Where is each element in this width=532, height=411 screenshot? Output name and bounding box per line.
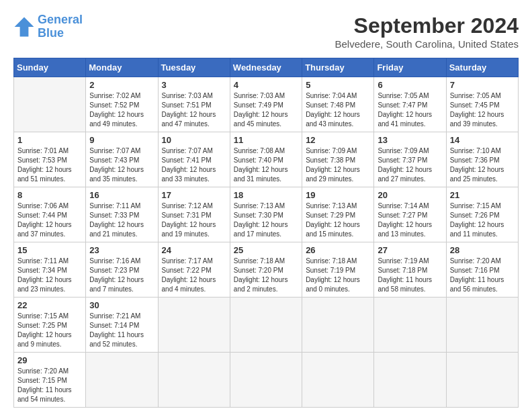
header-row: Sunday Monday Tuesday Wednesday Thursday… <box>14 58 519 77</box>
day-number: 21 <box>450 190 515 200</box>
list-item: 7 Sunrise: 7:05 AM Sunset: 7:45 PM Dayli… <box>446 77 518 132</box>
day-number: 25 <box>234 245 298 255</box>
list-item: 15 Sunrise: 7:11 AM Sunset: 7:34 PM Dayl… <box>14 242 86 298</box>
list-item: 17 Sunrise: 7:12 AM Sunset: 7:31 PM Dayl… <box>158 187 230 242</box>
day-detail: Sunrise: 7:14 AM Sunset: 7:27 PM Dayligh… <box>378 201 442 239</box>
day-detail: Sunrise: 7:01 AM Sunset: 7:53 PM Dayligh… <box>17 146 82 184</box>
list-item: 5 Sunrise: 7:04 AM Sunset: 7:48 PM Dayli… <box>302 77 374 132</box>
col-monday: Monday <box>86 58 158 77</box>
day-number: 6 <box>378 80 442 90</box>
day-detail: Sunrise: 7:03 AM Sunset: 7:51 PM Dayligh… <box>162 91 226 129</box>
list-item <box>230 298 302 353</box>
day-number: 16 <box>89 190 154 200</box>
day-number: 3 <box>162 80 226 90</box>
list-item <box>446 298 518 353</box>
col-friday: Friday <box>374 58 446 77</box>
day-number: 11 <box>234 135 298 145</box>
list-item: 12 Sunrise: 7:09 AM Sunset: 7:38 PM Dayl… <box>302 132 374 187</box>
col-saturday: Saturday <box>446 58 518 77</box>
table-row: 15 Sunrise: 7:11 AM Sunset: 7:34 PM Dayl… <box>14 242 519 298</box>
day-detail: Sunrise: 7:11 AM Sunset: 7:33 PM Dayligh… <box>89 201 154 239</box>
day-number: 4 <box>234 80 298 90</box>
day-number: 30 <box>89 300 154 310</box>
list-item: 25 Sunrise: 7:18 AM Sunset: 7:20 PM Dayl… <box>230 242 302 298</box>
list-item <box>446 353 518 408</box>
col-wednesday: Wednesday <box>230 58 302 77</box>
col-sunday: Sunday <box>14 58 86 77</box>
day-detail: Sunrise: 7:10 AM Sunset: 7:36 PM Dayligh… <box>450 146 515 184</box>
day-detail: Sunrise: 7:02 AM Sunset: 7:52 PM Dayligh… <box>89 91 154 129</box>
day-number: 19 <box>306 190 370 200</box>
list-item <box>230 353 302 408</box>
day-detail: Sunrise: 7:18 AM Sunset: 7:20 PM Dayligh… <box>234 257 298 294</box>
table-row: 2 Sunrise: 7:02 AM Sunset: 7:52 PM Dayli… <box>14 77 519 132</box>
list-item: 1 Sunrise: 7:01 AM Sunset: 7:53 PM Dayli… <box>14 132 86 187</box>
list-item <box>158 298 230 353</box>
list-item: 9 Sunrise: 7:07 AM Sunset: 7:43 PM Dayli… <box>86 132 158 187</box>
day-detail: Sunrise: 7:05 AM Sunset: 7:45 PM Dayligh… <box>450 91 515 129</box>
day-detail: Sunrise: 7:07 AM Sunset: 7:43 PM Dayligh… <box>89 146 154 184</box>
col-thursday: Thursday <box>302 58 374 77</box>
day-detail: Sunrise: 7:17 AM Sunset: 7:22 PM Dayligh… <box>162 257 226 294</box>
day-detail: Sunrise: 7:06 AM Sunset: 7:44 PM Dayligh… <box>17 201 82 239</box>
day-detail: Sunrise: 7:13 AM Sunset: 7:30 PM Dayligh… <box>234 201 298 239</box>
day-number: 5 <box>306 80 370 90</box>
day-number: 22 <box>17 300 82 310</box>
list-item <box>86 353 158 408</box>
day-detail: Sunrise: 7:19 AM Sunset: 7:18 PM Dayligh… <box>378 257 442 294</box>
list-item <box>302 298 374 353</box>
logo-text: General Blue <box>38 13 83 40</box>
list-item: 16 Sunrise: 7:11 AM Sunset: 7:33 PM Dayl… <box>86 187 158 242</box>
day-number: 17 <box>162 190 226 200</box>
list-item <box>14 77 86 132</box>
list-item: 4 Sunrise: 7:03 AM Sunset: 7:49 PM Dayli… <box>230 77 302 132</box>
list-item: 23 Sunrise: 7:16 AM Sunset: 7:23 PM Dayl… <box>86 242 158 298</box>
day-number: 7 <box>450 80 515 90</box>
list-item: 6 Sunrise: 7:05 AM Sunset: 7:47 PM Dayli… <box>374 77 446 132</box>
day-detail: Sunrise: 7:20 AM Sunset: 7:15 PM Dayligh… <box>17 367 82 404</box>
day-number: 29 <box>17 355 82 365</box>
day-detail: Sunrise: 7:08 AM Sunset: 7:40 PM Dayligh… <box>234 146 298 184</box>
list-item <box>374 298 446 353</box>
day-detail: Sunrise: 7:15 AM Sunset: 7:26 PM Dayligh… <box>450 201 515 239</box>
day-number: 28 <box>450 245 515 255</box>
day-detail: Sunrise: 7:07 AM Sunset: 7:41 PM Dayligh… <box>162 146 226 184</box>
logo: General Blue <box>13 13 83 40</box>
list-item: 3 Sunrise: 7:03 AM Sunset: 7:51 PM Dayli… <box>158 77 230 132</box>
day-number: 1 <box>17 135 82 145</box>
day-number: 18 <box>234 190 298 200</box>
day-number: 20 <box>378 190 442 200</box>
table-row: 8 Sunrise: 7:06 AM Sunset: 7:44 PM Dayli… <box>14 187 519 242</box>
day-detail: Sunrise: 7:11 AM Sunset: 7:34 PM Dayligh… <box>17 257 82 294</box>
title-area: September 2024 Belvedere, South Carolina… <box>335 13 519 50</box>
day-detail: Sunrise: 7:20 AM Sunset: 7:16 PM Dayligh… <box>450 257 515 294</box>
day-detail: Sunrise: 7:15 AM Sunset: 7:25 PM Dayligh… <box>17 312 82 349</box>
header: General Blue September 2024 Belvedere, S… <box>13 13 519 50</box>
day-detail: Sunrise: 7:18 AM Sunset: 7:19 PM Dayligh… <box>306 257 370 294</box>
list-item: 21 Sunrise: 7:15 AM Sunset: 7:26 PM Dayl… <box>446 187 518 242</box>
day-detail: Sunrise: 7:03 AM Sunset: 7:49 PM Dayligh… <box>234 91 298 129</box>
list-item: 22 Sunrise: 7:15 AM Sunset: 7:25 PM Dayl… <box>14 298 86 353</box>
day-number: 15 <box>17 245 82 255</box>
table-row: 1 Sunrise: 7:01 AM Sunset: 7:53 PM Dayli… <box>14 132 519 187</box>
list-item: 8 Sunrise: 7:06 AM Sunset: 7:44 PM Dayli… <box>14 187 86 242</box>
day-detail: Sunrise: 7:12 AM Sunset: 7:31 PM Dayligh… <box>162 201 226 239</box>
day-number: 14 <box>450 135 515 145</box>
day-number: 24 <box>162 245 226 255</box>
list-item: 28 Sunrise: 7:20 AM Sunset: 7:16 PM Dayl… <box>446 242 518 298</box>
list-item: 10 Sunrise: 7:07 AM Sunset: 7:41 PM Dayl… <box>158 132 230 187</box>
logo-icon <box>13 16 35 38</box>
day-detail: Sunrise: 7:09 AM Sunset: 7:37 PM Dayligh… <box>378 146 442 184</box>
day-number: 9 <box>89 135 154 145</box>
list-item <box>158 353 230 408</box>
list-item: 18 Sunrise: 7:13 AM Sunset: 7:30 PM Dayl… <box>230 187 302 242</box>
list-item: 2 Sunrise: 7:02 AM Sunset: 7:52 PM Dayli… <box>86 77 158 132</box>
table-row: 22 Sunrise: 7:15 AM Sunset: 7:25 PM Dayl… <box>14 298 519 353</box>
day-number: 8 <box>17 190 82 200</box>
day-number: 13 <box>378 135 442 145</box>
day-number: 12 <box>306 135 370 145</box>
day-detail: Sunrise: 7:04 AM Sunset: 7:48 PM Dayligh… <box>306 91 370 129</box>
list-item: 24 Sunrise: 7:17 AM Sunset: 7:22 PM Dayl… <box>158 242 230 298</box>
calendar-table: Sunday Monday Tuesday Wednesday Thursday… <box>13 58 519 408</box>
list-item: 19 Sunrise: 7:13 AM Sunset: 7:29 PM Dayl… <box>302 187 374 242</box>
